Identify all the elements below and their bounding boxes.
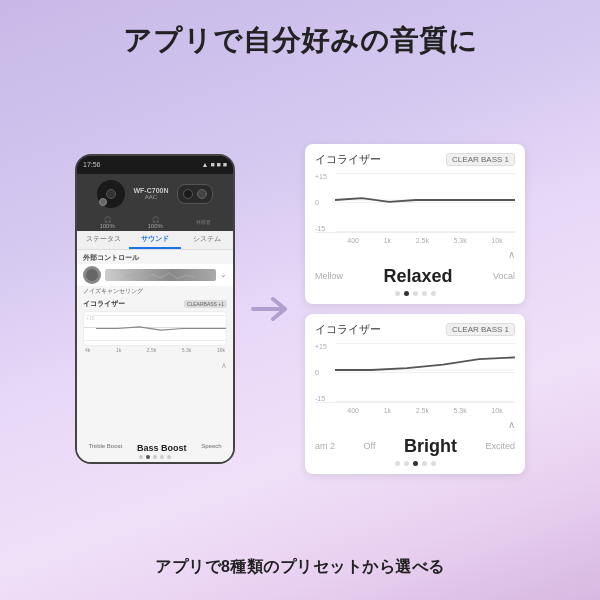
phone-dot-2 — [153, 455, 157, 459]
eq-panel-2-expand: ∧ — [315, 414, 515, 432]
phone-eq-badge: CLEARBASS +1 — [184, 300, 227, 308]
eq-panel-2-badge: CLEAR BASS 1 — [446, 323, 515, 336]
phone-status-icons: ▲ ■ ■ ■ — [202, 161, 227, 168]
eq-y2-top: +15 — [315, 343, 335, 350]
phone-dot-4 — [167, 455, 171, 459]
phone-device-title: WF-C700N — [133, 187, 168, 194]
bottom-heading: アプリで8種類のプリセットから選べる — [155, 557, 445, 578]
eq-x2-label-2: 2.5k — [416, 407, 429, 414]
eq-panel-2-chevron-icon[interactable]: ∧ — [508, 419, 515, 430]
phone-earbuds-area: WF-C700N AAC — [77, 174, 233, 214]
phone-eq-title: イコライザー — [83, 299, 125, 309]
eq-curve-bright — [335, 343, 515, 397]
eq-y2-bot: -15 — [315, 395, 335, 402]
eq-preset-2-far-left[interactable]: am 2 — [315, 441, 335, 451]
phone-preset-2[interactable]: Speech — [201, 443, 221, 453]
eq-panel-2-dots — [315, 461, 515, 466]
phone-eq-section: イコライザー CLEARBASS +1 +15 — [77, 297, 233, 374]
phone-eq-label-3: 5.3k — [182, 347, 191, 353]
eq-preset-1-left[interactable]: Mellow — [315, 271, 343, 281]
eq-x-label-0: 400 — [347, 237, 359, 244]
eq-panel-1-chevron-icon[interactable]: ∧ — [508, 249, 515, 260]
phone-eq-label-2: 2.5k — [147, 347, 156, 353]
eq-x-label-1: 1k — [384, 237, 391, 244]
phone-nc-row: ⌄ — [77, 264, 233, 286]
phone-tab-status[interactable]: ステータス — [77, 231, 129, 249]
phone-eq-header: イコライザー CLEARBASS +1 — [83, 299, 227, 309]
eq-dot-2-2 — [413, 461, 418, 466]
eq-dot-1-2 — [413, 291, 418, 296]
eq-x-label-3: 5.3k — [454, 237, 467, 244]
phone-dot-0 — [139, 455, 143, 459]
eq-x2-label-0: 400 — [347, 407, 359, 414]
phone-dot-3 — [160, 455, 164, 459]
eq-dot-1-0 — [395, 291, 400, 296]
phone-eq-labels: 4k 1k 2.5k 5.3k 16k — [83, 346, 227, 354]
eq-preset-1-active[interactable]: Relaxed — [383, 266, 452, 287]
eq-preset-2-left[interactable]: Off — [364, 441, 376, 451]
eq-grid2-bot — [335, 401, 515, 402]
eq-y-top: +15 — [315, 173, 335, 180]
eq-x-label-4: 10k — [491, 237, 502, 244]
phone-preset-active[interactable]: Bass Boost — [137, 443, 187, 453]
eq-preset-2-active[interactable]: Bright — [404, 436, 457, 457]
phone-tabs: ステータス サウンド システム — [77, 231, 233, 250]
eq-preset-2-right[interactable]: Excited — [485, 441, 515, 451]
eq-panel-1-title: イコライザー — [315, 152, 381, 167]
eq-panel-1-graph: +15 0 -15 — [315, 173, 515, 233]
nc-badge: 外部音 — [196, 216, 211, 229]
phone-tab-sound[interactable]: サウンド — [129, 231, 181, 249]
eq-dot-2-4 — [431, 461, 436, 466]
eq-panel-2-header: イコライザー CLEAR BASS 1 — [315, 322, 515, 337]
eq-y2-mid: 0 — [315, 369, 335, 376]
phone-section-label: 外部コントロール — [77, 250, 233, 264]
phone-eq-graph: +15 — [83, 311, 227, 346]
phone-time: 17:56 — [83, 161, 101, 168]
middle-section: 17:56 ▲ ■ ■ ■ WF-C700N AAC — [20, 60, 580, 557]
main-container: アプリで自分好みの音質に 17:56 ▲ ■ ■ ■ WF-C700N AAC — [0, 0, 600, 600]
battery-right: 🎧 100% — [147, 216, 162, 229]
phone-device-subtitle: AAC — [133, 194, 168, 200]
eq-panel-2-graph: +15 0 -15 — [315, 343, 515, 403]
top-heading: アプリで自分好みの音質に — [123, 22, 478, 60]
eq-x2-label-3: 5.3k — [454, 407, 467, 414]
eq-curve-relaxed — [335, 173, 515, 227]
eq-dot-1-1 — [404, 291, 409, 296]
phone-mockup: 17:56 ▲ ■ ■ ■ WF-C700N AAC — [75, 154, 235, 464]
eq-panel-1: イコライザー CLEAR BASS 1 +15 0 -15 — [305, 144, 525, 304]
eq-panel-1-x-labels: 400 1k 2.5k 5.3k 10k — [315, 237, 515, 244]
eq-panel-2-x-labels: 400 1k 2.5k 5.3k 10k — [315, 407, 515, 414]
eq-dot-1-3 — [422, 291, 427, 296]
nc-avatar — [83, 266, 101, 284]
arrow-container — [245, 284, 295, 334]
phone-eq-label-1: 1k — [116, 347, 121, 353]
phone-eq-expand: ∧ — [83, 354, 227, 372]
phone-tab-system[interactable]: システム — [181, 231, 233, 249]
eq-dot-2-0 — [395, 461, 400, 466]
eq-panel-2-y-labels: +15 0 -15 — [315, 343, 335, 402]
phone-preset-labels: Treble Boost Bass Boost Speech — [77, 443, 233, 455]
nc-chevron-icon[interactable]: ⌄ — [220, 270, 227, 279]
eq-dot-1-4 — [431, 291, 436, 296]
eq-y-bot: -15 — [315, 225, 335, 232]
phone-preset-dots — [139, 455, 171, 459]
eq-panel-1-expand: ∧ — [315, 244, 515, 262]
nc-waveform — [105, 269, 216, 281]
eq-panels: イコライザー CLEAR BASS 1 +15 0 -15 — [305, 144, 525, 474]
phone-preset-0[interactable]: Treble Boost — [88, 443, 122, 453]
eq-x2-label-1: 1k — [384, 407, 391, 414]
eq-panel-1-badge: CLEAR BASS 1 — [446, 153, 515, 166]
phone-battery-row: 🎧 100% 🎧 100% 外部音 — [77, 214, 233, 231]
eq-x2-label-4: 10k — [491, 407, 502, 414]
nc-label: ノイズキャンセリング — [77, 286, 233, 297]
phone-eq-label-4: 16k — [217, 347, 225, 353]
eq-dot-2-3 — [422, 461, 427, 466]
eq-x-label-2: 2.5k — [416, 237, 429, 244]
earbud-left — [97, 180, 125, 208]
eq-panel-1-preset-labels: Mellow Relaxed Vocal — [315, 262, 515, 289]
eq-preset-1-right[interactable]: Vocal — [493, 271, 515, 281]
eq-panel-2: イコライザー CLEAR BASS 1 +15 0 -15 — [305, 314, 525, 474]
eq-panel-1-y-labels: +15 0 -15 — [315, 173, 335, 232]
eq-dot-2-1 — [404, 461, 409, 466]
phone-preset-area: Treble Boost Bass Boost Speech — [77, 374, 233, 462]
